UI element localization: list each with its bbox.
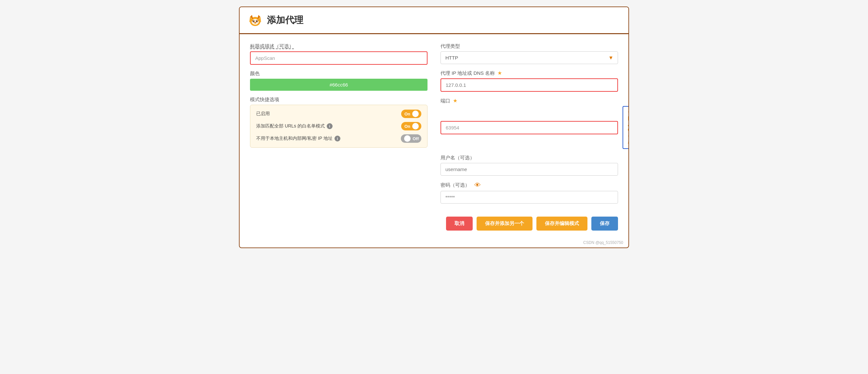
dialog-header: 添加代理 (240, 7, 628, 34)
toggle-on-label-1: On (404, 124, 410, 129)
info-icon-local[interactable]: i (335, 135, 340, 142)
username-input[interactable] (440, 163, 618, 176)
color-label: 颜色 (250, 70, 428, 77)
proxy-type-group: 代理类型 HTTP HTTPS SOCKS4 SOCKS5 ▼ (440, 43, 618, 64)
toggle-label-whitelist: 添加匹配全部 URLs 的白名单模式 i (256, 123, 333, 129)
mode-options-group: 模式快捷选项 已启用 On (250, 97, 428, 148)
watermark: CSDN @qq_51550750 (240, 239, 628, 248)
toggle-off-label-2: Off (412, 136, 419, 141)
title-field-group: 标题或描述（可选） (250, 43, 428, 65)
color-field-group: 颜色 #66cc66 (250, 70, 428, 91)
toggle-on-label-0: On (404, 112, 410, 117)
svg-point-1 (252, 19, 259, 25)
footer-buttons: 取消 保存并添加另一个 保存并编辑模式 保存 (240, 211, 628, 239)
toggle-whitelist[interactable]: On (401, 122, 421, 130)
save-edit-button[interactable]: 保存并编辑模式 (536, 217, 587, 230)
title-label: 标题或描述（可选） (250, 43, 428, 50)
proxy-ip-input[interactable] (440, 79, 618, 92)
port-row: 一定要和刚才AppScan中的端口一摸一样！ (440, 106, 618, 149)
form-left: 标题或描述（可选） 颜色 #66cc66 模式快捷选项 已启用 (250, 43, 428, 204)
form-right: 代理类型 HTTP HTTPS SOCKS4 SOCKS5 ▼ 代理 IP 地址… (440, 43, 618, 204)
toggle-row-whitelist: 添加匹配全部 URLs 的白名单模式 i On (256, 122, 421, 130)
color-swatch[interactable]: #66cc66 (250, 79, 428, 91)
proxy-type-label: 代理类型 (440, 43, 618, 50)
toggle-knob-0 (412, 111, 419, 117)
page-title: 添加代理 (267, 14, 303, 26)
password-input[interactable] (440, 191, 618, 204)
svg-point-8 (253, 21, 254, 22)
port-required-star: ★ (453, 98, 457, 103)
form-body: 标题或描述（可选） 颜色 #66cc66 模式快捷选项 已启用 (240, 34, 628, 211)
port-label: 端口 ★ (440, 98, 618, 104)
port-input[interactable] (440, 121, 618, 134)
username-group: 用户名（可选） (440, 155, 618, 176)
toggle-row-enabled: 已启用 On (256, 110, 421, 118)
toggle-label-local: 不用于本地主机和内部网/私密 IP 地址 i (256, 135, 340, 142)
toggle-local[interactable]: Off (401, 134, 421, 143)
mode-options-label: 模式快捷选项 (250, 97, 428, 103)
info-icon-whitelist[interactable]: i (327, 123, 333, 129)
proxy-type-select[interactable]: HTTP HTTPS SOCKS4 SOCKS5 (440, 52, 618, 64)
password-eye-icon[interactable]: 👁 (474, 182, 481, 189)
proxy-type-select-wrapper: HTTP HTTPS SOCKS4 SOCKS5 ▼ (440, 52, 618, 64)
password-label: 密码（可选） 👁 (440, 182, 618, 189)
mode-options-box: 已启用 On 添加匹配全部 URLs 的白名单模式 i (250, 105, 428, 148)
toggle-label-enabled: 已启用 (256, 111, 270, 117)
toggle-row-local: 不用于本地主机和内部网/私密 IP 地址 i Off (256, 134, 421, 143)
toggle-knob-1 (412, 123, 419, 129)
port-hint: 一定要和刚才AppScan中的端口一摸一样！ (623, 106, 629, 149)
toggle-knob-2 (404, 135, 411, 142)
fox-proxy-icon (247, 12, 263, 28)
toggle-enabled[interactable]: On (401, 110, 421, 118)
proxy-ip-label: 代理 IP 地址或 DNS 名称 ★ (440, 70, 618, 76)
proxy-ip-group: 代理 IP 地址或 DNS 名称 ★ (440, 70, 618, 92)
add-proxy-dialog: 添加代理 标题或描述（可选） 颜色 #66cc66 模式快捷选项 (239, 6, 629, 248)
username-label: 用户名（可选） (440, 155, 618, 161)
save-add-button[interactable]: 保存并添加另一个 (476, 217, 532, 230)
cancel-button[interactable]: 取消 (446, 217, 473, 230)
password-group: 密码（可选） 👁 (440, 182, 618, 204)
svg-point-10 (254, 22, 256, 23)
svg-point-9 (256, 21, 257, 22)
save-button[interactable]: 保存 (591, 217, 618, 230)
title-input[interactable] (250, 52, 428, 65)
proxy-ip-required-star: ★ (497, 70, 502, 76)
port-group: 端口 ★ 一定要和刚才AppScan中的端口一摸一样！ (440, 98, 618, 149)
